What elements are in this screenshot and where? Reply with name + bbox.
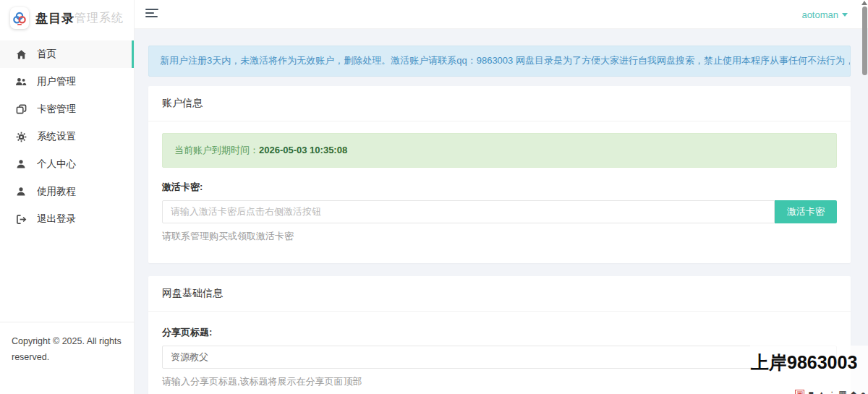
users-icon [15, 76, 27, 87]
sidebar-item-home[interactable]: 首页 [0, 40, 134, 68]
tray-user-icon: ◆ [851, 390, 857, 394]
sidebar-item-users[interactable]: 用户管理 [0, 68, 134, 95]
copyright-text: Copyright © 2025. All rights reserved. [0, 322, 135, 366]
sidebar-item-label: 首页 [37, 48, 56, 61]
sidebar-item-label: 卡密管理 [37, 103, 76, 116]
card-title: 网盘基础信息 [148, 276, 851, 312]
expiry-label: 当前账户到期时间： [174, 145, 259, 155]
sidebar-item-label: 退出登录 [37, 213, 76, 226]
share-title-label: 分享页标题: [162, 326, 837, 339]
expiry-alert: 当前账户到期时间：2026-05-03 10:35:08 [162, 133, 837, 168]
tray-window-icon: ▦ [838, 390, 846, 394]
home-icon [15, 48, 27, 60]
notice-banner: 新用户注册3天内，未激活将作为无效账户，删除处理。激活账户请联系qq：98630… [148, 46, 851, 77]
tray-person-icon: ▲ [817, 390, 826, 394]
sidebar-item-label: 系统设置 [37, 130, 76, 143]
sidebar-item-profile[interactable]: 个人中心 [0, 150, 134, 178]
tray-glyph-icon: ■ [808, 390, 813, 394]
brand-name: 盘目录 [35, 10, 75, 27]
gear-icon [15, 131, 27, 142]
sidebar-item-label: 用户管理 [37, 75, 76, 88]
sidebar-item-logout[interactable]: 退出登录 [0, 205, 134, 233]
sidebar: 盘目录管理系统 首页 用户管理 卡密管理 [0, 0, 135, 394]
share-title-input[interactable] [162, 346, 837, 369]
tray-dots-icon: ∴ [830, 390, 835, 394]
sidebar-item-cards[interactable]: 卡密管理 [0, 95, 134, 123]
account-info-card: 账户信息 当前账户到期时间：2026-05-03 10:35:08 激活卡密: … [148, 86, 851, 263]
sidebar-menu: 首页 用户管理 卡密管理 系统设置 [0, 40, 134, 233]
tray-tools-icon: ● [861, 390, 866, 394]
sidebar-item-settings[interactable]: 系统设置 [0, 123, 134, 150]
activate-help-text: 请联系管理购买或领取激活卡密 [162, 230, 837, 243]
sidebar-item-tutorial[interactable]: 使用教程 [0, 178, 134, 205]
chevron-down-icon [842, 13, 848, 17]
watermark-text: 上岸9863003 [751, 351, 868, 374]
activate-card-input[interactable] [162, 200, 775, 223]
sidebar-item-label: 个人中心 [37, 158, 76, 171]
logout-icon [15, 213, 27, 225]
scrollbar-thumb[interactable] [862, 7, 867, 75]
user-dropdown[interactable]: aotoman [801, 0, 848, 29]
sidebar-item-label: 使用教程 [37, 185, 76, 198]
username: aotoman [801, 9, 838, 20]
menu-toggle-icon[interactable] [145, 9, 160, 20]
app-logo-icon [10, 7, 29, 29]
expiry-time: 2026-05-03 10:35:08 [259, 145, 347, 155]
main-content: 新用户注册3天内，未激活将作为无效账户，删除处理。激活账户请联系qq：98630… [135, 29, 868, 394]
tray-app-icon: ▣ [795, 390, 804, 394]
person-icon [15, 186, 27, 197]
share-title-help-text: 请输入分享页标题,该标题将展示在分享页面顶部 [162, 375, 837, 388]
watermark-overlay: 上岸9863003 ▣ ■ ▲ ∴ ▦ ◆ ● [750, 346, 868, 394]
pan-basic-info-card: 网盘基础信息 分享页标题: 请输入分享页标题,该标题将展示在分享页面顶部 分享页… [148, 276, 851, 394]
card-title: 账户信息 [148, 86, 851, 121]
page: 盘目录管理系统 首页 用户管理 卡密管理 [0, 0, 868, 394]
activate-card-button[interactable]: 激活卡密 [775, 200, 837, 223]
topbar: aotoman [135, 0, 868, 29]
person-icon [15, 158, 27, 170]
scrollbar-up-arrow[interactable] [861, 1, 867, 5]
card-copy-icon [15, 103, 27, 115]
brand-suffix: 管理系统 [75, 11, 124, 26]
watermark-tray-icons: ▣ ■ ▲ ∴ ▦ ◆ ● [795, 390, 866, 394]
logo-row[interactable]: 盘目录管理系统 [0, 0, 134, 36]
activate-card-label: 激活卡密: [162, 181, 837, 194]
